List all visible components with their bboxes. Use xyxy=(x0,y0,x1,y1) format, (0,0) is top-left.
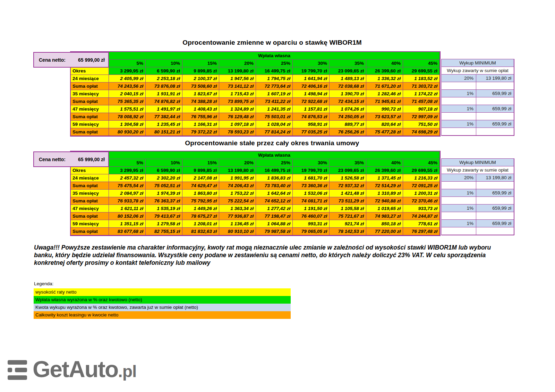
table1-row-label: Suma opłat xyxy=(71,128,109,136)
table1-row-value: 72 773,64 zł xyxy=(256,82,293,90)
table2-row-value: 1 371,45 zł xyxy=(366,174,403,182)
table1-percent-header: 35% xyxy=(330,60,366,67)
table2-row-value: 76 933,78 zł xyxy=(109,197,146,205)
table2-row-value: 75 475,54 zł xyxy=(109,182,146,190)
table2-okres-value: 23 099,65 zł xyxy=(330,167,366,174)
table2-percent-header: 15% xyxy=(182,159,219,167)
disclaimer-note: Uwaga!!! Powyższe zestawienie ma charakt… xyxy=(34,244,512,267)
table1-row-value: 1 575,51 zł xyxy=(109,105,146,113)
table2-row-value: 73 360,36 zł xyxy=(293,182,330,190)
table1-row-label: 35 miesięcy xyxy=(71,90,109,98)
table2-percent-header: 30% xyxy=(293,159,330,167)
table2-row-value: 1 216,33 zł xyxy=(403,174,440,182)
table1-row-value: 77 814,24 zł xyxy=(256,128,293,136)
legend-item: Kwota wykupu wyrażona w % oraz kwotowo, … xyxy=(34,304,291,311)
table2-okres-value: 13 199,80 zł xyxy=(219,167,256,174)
table1-wykup-empty xyxy=(476,128,514,136)
table2-row-value: 1 526,58 zł xyxy=(330,174,366,182)
table1-row-value: 889,77 zł xyxy=(330,121,366,128)
table1-row-value: 1 498,94 zł xyxy=(293,90,330,98)
table2-row-label: Suma opłat xyxy=(71,212,109,220)
table2-wykup-percent: 1% xyxy=(442,220,476,227)
table1-wykup-empty xyxy=(442,97,476,105)
table1-row-value: 1 324,89 zł xyxy=(219,105,256,113)
cena-netto-value: 65 999,00 zł xyxy=(78,157,105,162)
table2-row-value: 76 460,07 zł xyxy=(293,212,330,220)
table1-percent-header: 45% xyxy=(403,60,440,67)
getauto-logo: GetAuto.pl xyxy=(8,359,136,381)
table2-row-value: 77 198,47 zł xyxy=(256,212,293,220)
table2-row-value: 79 065,05 zł xyxy=(293,228,330,235)
table1-wplata-wlasna-header: Wpłata własna xyxy=(109,52,440,60)
table1-row-value: 990,72 zł xyxy=(366,105,403,113)
table1-row-label: Suma opłat xyxy=(71,113,109,121)
table2-row-value: 1 279,58 zł xyxy=(146,220,182,228)
table2-row-value: 1 421,48 zł xyxy=(330,190,366,197)
table1-row-label: Suma opłat xyxy=(71,82,109,90)
table2-row-value: 2 147,08 zł xyxy=(182,174,219,182)
table1-wykup-empty xyxy=(442,82,476,90)
table2-wykup-empty xyxy=(476,182,514,189)
table2-row-value: 72 091,25 zł xyxy=(403,182,440,190)
table2-row-value: 1 642,64 zł xyxy=(256,190,293,197)
table1-wykup-grid: Wykup MINIMUMWykup zawarty w sumie opłat… xyxy=(441,59,514,136)
table1-wykup-zawarty-header: Wykup zawarty w sumie opłat xyxy=(442,67,514,75)
table2-row-value: 1 363,34 zł xyxy=(219,205,256,212)
table1-percent-header: 10% xyxy=(146,60,182,67)
table2-row-value: 74 081,71 zł xyxy=(293,197,330,205)
table1-row-value: 1 491,97 zł xyxy=(146,105,182,113)
cena-netto-value: 65 999,00 zł xyxy=(78,57,105,63)
table1-row-value: 79 372,22 zł xyxy=(182,128,219,136)
table1-row-value: 73 411,22 zł xyxy=(256,98,293,105)
table1-okres-label: Okres xyxy=(71,67,109,75)
table2-okres-value: 6 599,90 zł xyxy=(146,167,182,174)
table2-row-value: 993,31 zł xyxy=(293,220,330,228)
table1-okres-value: 19 799,70 zł xyxy=(293,67,330,75)
table1-wykup-percent: 1% xyxy=(442,120,476,128)
table2-row-value: 74 244,87 zł xyxy=(403,212,440,220)
table2-row-value: 77 936,87 zł xyxy=(219,212,256,220)
table2-row-value: 73 511,29 zł xyxy=(330,197,366,205)
table1-row-value: 1 166,31 zł xyxy=(182,121,219,128)
table1-row-value: 72 434,15 zł xyxy=(330,98,366,105)
table-fixed-rate: Wpłata własna5%10%15%20%25%30%35%40%45%O… xyxy=(70,151,441,236)
table1-row-value: 1 336,32 zł xyxy=(366,75,403,82)
table2-row-value: 74 206,43 zł xyxy=(219,182,256,190)
table2-row-value: 2 084,97 zł xyxy=(109,190,146,197)
table2-row-value: 76 297,48 zł xyxy=(403,228,440,235)
table1-row-value: 1 097,18 zł xyxy=(219,121,256,128)
table2-row-value: 74 652,12 zł xyxy=(256,197,293,205)
table2-percent-header: 10% xyxy=(146,159,182,167)
table2-wykup-minimum-header: Wykup MINIMUM xyxy=(442,159,514,166)
table2-wykup-empty xyxy=(476,197,514,204)
table2-row-value: 81 832,63 zł xyxy=(182,228,219,235)
table1-row-label: 24 miesiące xyxy=(71,75,109,82)
table1-okres-value: 3 299,95 zł xyxy=(109,67,146,75)
table2-okres-value: 19 799,70 zł xyxy=(293,167,330,174)
table1-okres-value: 23 099,65 zł xyxy=(330,67,366,75)
table2-row-value: 1 532,06 zł xyxy=(293,190,330,197)
table1-percent-header: 25% xyxy=(256,60,293,67)
table1-okres-value: 6 599,90 zł xyxy=(146,67,182,75)
table1-grid: Wpłata własna5%10%15%20%25%30%35%40%45%O… xyxy=(70,51,441,137)
logo-text: GetAuto xyxy=(33,356,118,382)
table2-row-value: 1 105,58 zł xyxy=(330,205,366,212)
table1-wykup-amount: 659,99 zł xyxy=(476,105,514,113)
table2-wykup-empty xyxy=(476,212,514,220)
cena-netto-box: Cena netto:65 999,00 zł xyxy=(33,52,109,68)
table1-wykup-percent: 1% xyxy=(442,90,476,97)
table1-row-value: 78 008,92 zł xyxy=(109,113,146,121)
table2-row-value: 1 064,88 zł xyxy=(256,220,293,228)
table1-row-value: 2 253,18 zł xyxy=(146,75,182,82)
table1-row-value: 73 623,57 zł xyxy=(366,113,403,121)
table2-row-value: 1 449,26 zł xyxy=(182,205,219,212)
table1-okres-value: 13 199,80 zł xyxy=(219,67,256,75)
table1-row-value: 77 035,25 zł xyxy=(293,128,330,136)
table1-row-label: Suma opłat xyxy=(71,98,109,105)
legend-title: Legenda: xyxy=(34,281,53,286)
table2-row-value: 1 208,01 zł xyxy=(182,220,219,228)
table1-row-value: 1 794,75 zł xyxy=(256,75,293,82)
table2-grid: Wpłata własna5%10%15%20%25%30%35%40%45%O… xyxy=(70,151,441,236)
table2-row-value: 1 191,50 zł xyxy=(293,205,330,212)
table1-row-value: 71 457,08 zł xyxy=(403,98,440,105)
